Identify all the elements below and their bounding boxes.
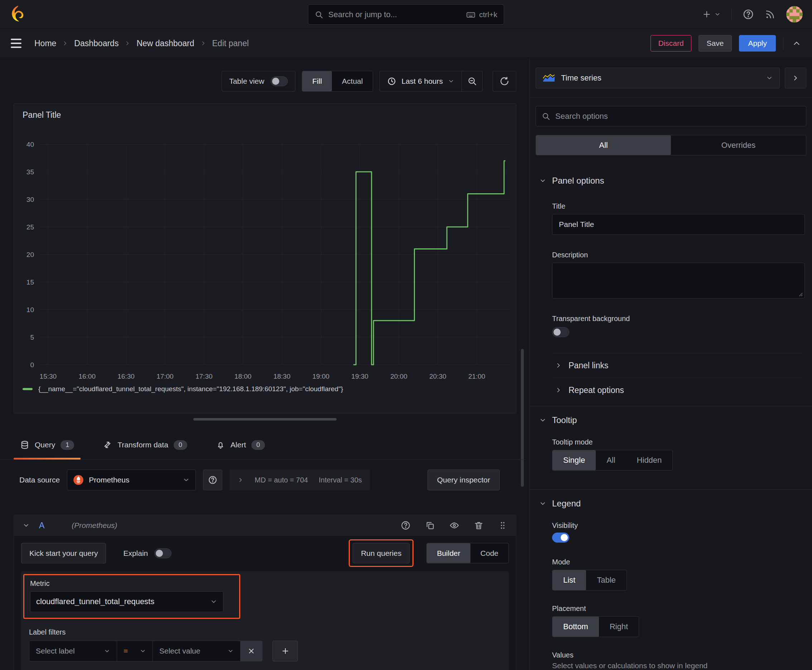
editor-tabs: Query 1 Transform data 0 Alert 0 — [0, 431, 526, 460]
legend-mode-table[interactable]: Table — [586, 570, 627, 590]
datasource-picker[interactable]: Prometheus — [67, 470, 196, 490]
tooltip-section-header[interactable]: Tooltip — [530, 415, 812, 426]
discard-button[interactable]: Discard — [651, 35, 691, 52]
horizontal-scrollbar[interactable] — [193, 418, 337, 421]
legend-placement-bottom[interactable]: Bottom — [553, 617, 599, 637]
collapse-pane-button[interactable] — [792, 39, 801, 48]
tooltip-mode-all[interactable]: All — [596, 450, 626, 470]
tooltip-mode-hidden[interactable]: Hidden — [626, 450, 673, 470]
news-button[interactable] — [765, 9, 775, 20]
menu-toggle-button[interactable] — [11, 39, 22, 48]
legend-placement-switch: Bottom Right — [552, 616, 639, 637]
breadcrumb-separator-icon — [124, 40, 131, 47]
search-icon — [542, 112, 550, 121]
tooltip-mode-single[interactable]: Single — [553, 450, 596, 470]
new-menu-button[interactable] — [702, 10, 721, 19]
legend-mode-list[interactable]: List — [553, 570, 586, 590]
resize-handle-icon[interactable] — [798, 291, 803, 296]
interval-stat: Interval = 30s — [319, 476, 362, 484]
copy-icon — [425, 520, 435, 530]
add-filter-button[interactable] — [273, 641, 298, 662]
viz-suggestions-button[interactable] — [785, 68, 806, 88]
chevron-down-icon — [104, 648, 110, 654]
remove-filter-button[interactable] — [240, 641, 263, 662]
visualization-picker[interactable]: Time series — [536, 68, 780, 88]
svg-text:18:30: 18:30 — [273, 372, 291, 380]
description-input[interactable] — [553, 263, 805, 298]
eye-icon — [449, 520, 459, 530]
delete-query-button[interactable] — [474, 520, 484, 530]
svg-text:5: 5 — [30, 333, 34, 341]
duplicate-query-button[interactable] — [425, 520, 435, 530]
panel-links-section[interactable]: Panel links — [530, 353, 812, 377]
query-inspector-button[interactable]: Query inspector — [427, 470, 500, 490]
svg-text:20: 20 — [27, 251, 34, 259]
transparent-background-toggle[interactable] — [552, 327, 569, 337]
tab-alert[interactable]: Alert 0 — [209, 431, 271, 459]
zoom-out-icon — [467, 76, 477, 86]
builder-option[interactable]: Builder — [427, 543, 470, 563]
operator-dropdown[interactable]: = — [117, 641, 153, 662]
help-button[interactable] — [742, 8, 754, 20]
table-view-toggle[interactable] — [271, 76, 288, 86]
metric-select[interactable]: cloudflared_tunnel_total_requests — [30, 591, 224, 612]
datasource-help-button[interactable] — [203, 470, 222, 490]
kick-start-query-button[interactable]: Kick start your query — [21, 543, 106, 563]
breadcrumb-home[interactable]: Home — [34, 39, 56, 48]
svg-text:20:00: 20:00 — [390, 372, 407, 380]
time-series-chart[interactable]: 051015202530354015:3016:0016:3017:0017:3… — [14, 104, 516, 383]
breadcrumb-dashboards[interactable]: Dashboards — [74, 39, 119, 48]
title-input[interactable] — [559, 220, 798, 229]
breadcrumb-new-dashboard[interactable]: New dashboard — [136, 39, 194, 48]
user-avatar[interactable] — [786, 6, 803, 22]
fill-option[interactable]: Fill — [302, 71, 332, 91]
time-range-group: Last 6 hours — [380, 71, 483, 91]
query-options-summary[interactable]: MD = auto = 704 Interval = 30s — [229, 470, 370, 490]
tab-transform-data[interactable]: Transform data 0 — [96, 431, 194, 459]
tab-all-options[interactable]: All — [536, 135, 671, 155]
rss-icon — [765, 9, 775, 20]
options-search[interactable] — [536, 106, 806, 126]
help-icon — [208, 475, 217, 485]
vertical-scrollbar[interactable] — [521, 349, 524, 487]
tab-transform-count: 0 — [174, 440, 187, 450]
chevron-down-icon — [766, 74, 773, 81]
legend-series-swatch[interactable] — [22, 388, 32, 390]
actual-option[interactable]: Actual — [332, 71, 373, 91]
legend-series-name[interactable]: {__name__="cloudflared_tunnel_total_requ… — [38, 385, 343, 393]
zoom-out-time-button[interactable] — [461, 71, 482, 91]
toggle-query-visibility-button[interactable] — [449, 520, 459, 530]
legend-section-header[interactable]: Legend — [530, 498, 812, 509]
legend-mode-label: Mode — [552, 558, 812, 566]
legend-visibility-toggle[interactable] — [552, 533, 569, 543]
time-range-picker[interactable]: Last 6 hours — [380, 76, 461, 86]
explain-toggle[interactable] — [154, 548, 171, 558]
repeat-options-section[interactable]: Repeat options — [530, 378, 812, 402]
select-label-dropdown[interactable]: Select label — [29, 641, 117, 662]
options-search-input[interactable] — [555, 112, 800, 121]
global-search-input[interactable] — [328, 10, 461, 19]
svg-text:25: 25 — [27, 223, 34, 231]
tab-query[interactable]: Query 1 — [14, 431, 81, 459]
drag-query-handle[interactable] — [498, 521, 507, 530]
global-search[interactable]: ctrl+k — [308, 4, 504, 25]
legend-visibility-label: Visibility — [552, 521, 812, 530]
save-button[interactable]: Save — [698, 35, 732, 52]
clock-icon — [387, 76, 396, 86]
run-queries-button[interactable]: Run queries — [353, 543, 410, 563]
grafana-logo[interactable] — [9, 4, 27, 25]
panel-options-section-header[interactable]: Panel options — [530, 175, 812, 186]
apply-button[interactable]: Apply — [739, 35, 776, 52]
section-divider — [530, 406, 812, 406]
code-option[interactable]: Code — [470, 543, 509, 563]
tab-query-count: 1 — [61, 440, 74, 450]
tab-overrides[interactable]: Overrides — [671, 135, 806, 155]
query-row-header[interactable]: A (Prometheus) — [14, 515, 516, 536]
datasource-row: Data source Prometheus MD = auto = 704 I… — [19, 470, 500, 490]
query-help-button[interactable] — [401, 520, 411, 530]
select-value-dropdown[interactable]: Select value — [153, 641, 241, 662]
tab-query-label: Query — [35, 441, 55, 449]
refresh-button[interactable] — [493, 71, 516, 91]
legend-placement-right[interactable]: Right — [599, 617, 639, 637]
table-view-group: Table view — [222, 71, 295, 91]
